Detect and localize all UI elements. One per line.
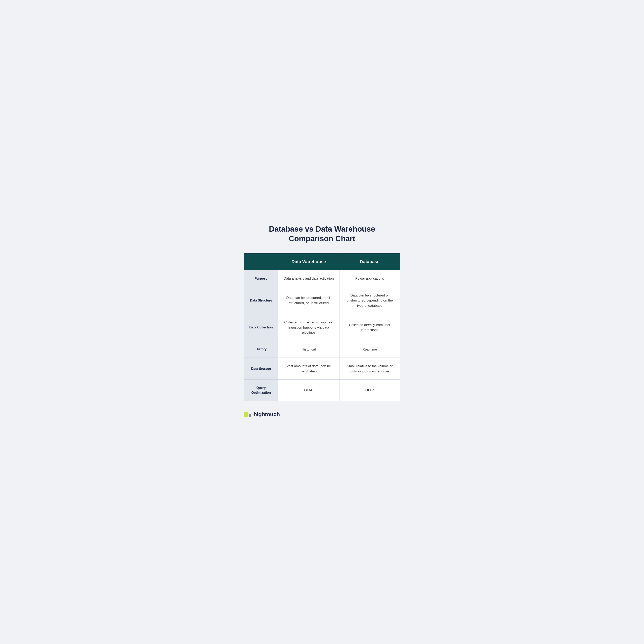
row-category: Purpose [244, 270, 278, 287]
logo-icon [244, 412, 251, 417]
comparison-table: Data Warehouse Database PurposeData anal… [244, 253, 400, 401]
table-row: Query OptimizationOLAPOLTP [244, 380, 400, 401]
header-col-category [244, 253, 278, 270]
page-title: Database vs Data Warehouse Comparison Ch… [244, 224, 400, 243]
logo-area: hightouch [244, 411, 400, 418]
row-database: Small relative to the volume of data in … [339, 358, 400, 380]
row-database: Real-time [339, 341, 400, 358]
table-row: Data CollectionCollected from external s… [244, 314, 400, 341]
logo-text: hightouch [254, 411, 280, 418]
row-category: Query Optimization [244, 380, 278, 401]
row-database: OLTP [339, 380, 400, 401]
row-data-warehouse: Collected from external sources. Ingesti… [278, 314, 339, 341]
table-row: Data StorageVast amounts of data (can be… [244, 358, 400, 380]
row-database: Data can be structured or unstructured d… [339, 287, 400, 314]
header-col-data-warehouse: Data Warehouse [278, 253, 339, 270]
row-category: Data Collection [244, 314, 278, 341]
table-header-row: Data Warehouse Database [244, 253, 400, 270]
page-container: Database vs Data Warehouse Comparison Ch… [236, 214, 408, 430]
row-data-warehouse: Data analysis and data activation [278, 270, 339, 287]
row-data-warehouse: Vast amounts of data (can be petabytes) [278, 358, 339, 380]
row-category: History [244, 341, 278, 358]
header-col-database: Database [339, 253, 400, 270]
row-database: Power applications [339, 270, 400, 287]
table-row: PurposeData analysis and data activation… [244, 270, 400, 287]
logo-square-large [244, 412, 248, 417]
table-row: HistoryHistoricalReal-time [244, 341, 400, 358]
row-data-warehouse: OLAP [278, 380, 339, 401]
row-database: Collected directly from user interaction… [339, 314, 400, 341]
row-category: Data Storage [244, 358, 278, 380]
table-row: Data StructureData can be structured, se… [244, 287, 400, 314]
logo-square-small [249, 414, 251, 417]
row-category: Data Structure [244, 287, 278, 314]
row-data-warehouse: Historical [278, 341, 339, 358]
row-data-warehouse: Data can be structured, semi-structured,… [278, 287, 339, 314]
